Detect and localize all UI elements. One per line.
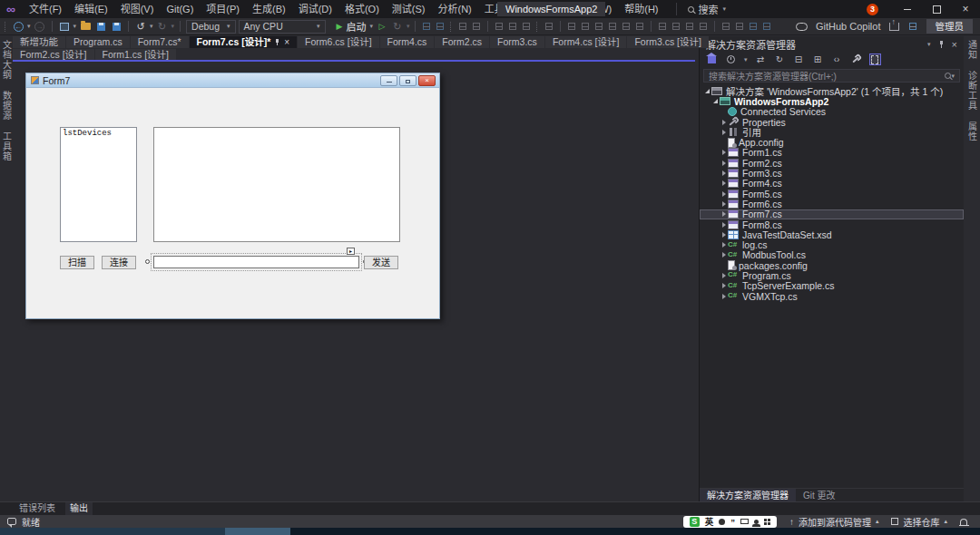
menu-item[interactable]: 项目(P)	[200, 0, 246, 18]
collapse-all-icon[interactable]: ⊟	[793, 54, 805, 65]
tree-row[interactable]: VGMXTcp.cs	[700, 291, 964, 301]
editor-tab[interactable]: Form2.cs ×	[435, 36, 489, 48]
tree-row[interactable]: Form6.cs	[700, 199, 964, 209]
expander-icon[interactable]	[720, 191, 728, 197]
taskbar-active-segment[interactable]	[225, 528, 290, 535]
left-strip-tab[interactable]: 数据源	[0, 91, 14, 121]
wrench-icon[interactable]	[850, 54, 862, 65]
editor-tab[interactable]: Program.cs ×	[66, 36, 130, 48]
panel-tab[interactable]: Git 更改	[796, 489, 843, 502]
bottom-panel-tab[interactable]: 错误列表	[15, 502, 60, 515]
ime-keyboard-icon[interactable]	[740, 519, 749, 524]
form-maximize-button[interactable]	[399, 75, 416, 86]
expander-icon[interactable]	[720, 283, 728, 288]
editor-tab[interactable]: Form4.cs ×	[380, 36, 435, 48]
close-tab-icon[interactable]: ×	[284, 36, 289, 48]
solution-platform-dropdown[interactable]: Any CPU ▾	[239, 20, 326, 34]
resize-handle-left[interactable]	[145, 259, 150, 264]
save-icon[interactable]	[94, 20, 107, 33]
navigate-back-caret-icon[interactable]: ▾	[27, 23, 31, 30]
share-icon[interactable]	[889, 23, 899, 31]
expander-icon[interactable]	[720, 294, 728, 299]
tree-row[interactable]: ModbusTool.cs	[700, 250, 964, 260]
expander-icon[interactable]	[720, 160, 728, 166]
expander-icon[interactable]	[703, 89, 711, 93]
editor-tab[interactable]: Form3.cs [设计] ×	[627, 36, 709, 48]
menu-item[interactable]: 帮助(H)	[618, 0, 664, 18]
solution-explorer-header[interactable]: 解决方案资源管理器 ▾ ×	[700, 36, 964, 52]
send-button[interactable]: 发送	[364, 256, 398, 269]
filter-caret-icon[interactable]: ▾	[744, 56, 748, 63]
show-all-files-icon[interactable]	[869, 54, 881, 65]
solution-search-input[interactable]: 搜索解决方案资源管理器(Ctrl+;) ▾	[703, 69, 960, 83]
sogou-logo-icon[interactable]: S	[690, 517, 700, 527]
pending-changes-filter-icon[interactable]	[725, 54, 737, 65]
forms-designer-surface[interactable]: Form7 × lstDevices 扫描 连接 ▸ 发送	[13, 62, 697, 501]
menu-item[interactable]: 文件(F)	[23, 0, 68, 18]
smart-tag-button[interactable]: ▸	[347, 248, 355, 255]
menu-item[interactable]: 格式(O)	[338, 0, 386, 18]
tree-row[interactable]: log.cs	[700, 239, 964, 249]
right-strip-tab[interactable]: 通知	[965, 40, 979, 60]
tree-row[interactable]: App.config	[700, 137, 964, 147]
expander-icon[interactable]	[711, 99, 720, 103]
tree-row[interactable]: Program.cs	[700, 270, 964, 280]
ime-fullwidth-icon[interactable]	[719, 519, 725, 525]
switch-views-icon[interactable]	[706, 54, 718, 65]
tree-row[interactable]: JavaTestDataSet.xsd	[700, 229, 964, 239]
menu-item[interactable]: 生成(B)	[246, 0, 292, 18]
toolbox-window-icon[interactable]	[435, 21, 446, 32]
tree-row[interactable]: Form5.cs	[700, 189, 964, 199]
message-textbox-selected[interactable]: ▸	[153, 256, 359, 268]
find-in-files-icon[interactable]	[421, 21, 432, 32]
tree-row[interactable]: Connected Services	[700, 107, 964, 117]
ime-profile-icon[interactable]	[754, 520, 759, 524]
pin-icon[interactable]	[939, 41, 944, 48]
toolbar-grip[interactable]	[5, 22, 7, 32]
notification-badge[interactable]: 3	[867, 4, 878, 15]
refresh-icon[interactable]: ↻	[774, 54, 786, 65]
select-repository-button[interactable]: 选择仓库 ▴	[891, 515, 947, 529]
minimize-button[interactable]	[893, 0, 922, 18]
add-to-source-control-button[interactable]: ↑ 添加到源代码管理 ▴	[789, 515, 879, 529]
tree-row[interactable]: 引用	[700, 127, 964, 137]
editor-tab[interactable]: Form6.cs [设计] ×	[298, 36, 379, 48]
form-client-area[interactable]: lstDevices 扫描 连接 ▸ 发送	[26, 88, 439, 318]
menu-item[interactable]: 测试(S)	[386, 0, 432, 18]
scan-button[interactable]: 扫描	[60, 256, 94, 269]
menu-item[interactable]: 视图(V)	[114, 0, 161, 18]
devices-listbox[interactable]: lstDevices	[60, 127, 137, 242]
ime-toolbox-icon[interactable]	[764, 519, 770, 525]
editor-tab[interactable]: Form3.cs ×	[490, 36, 544, 48]
left-strip-tab[interactable]: 文档大纲	[0, 40, 14, 80]
redo-icon[interactable]: ↻	[156, 20, 169, 33]
expander-icon[interactable]	[720, 211, 728, 217]
size-to-grid-icon[interactable]	[748, 21, 759, 32]
navigate-forward-icon[interactable]: →	[34, 20, 46, 33]
tree-row[interactable]: Properties	[700, 117, 964, 127]
tree-row[interactable]: TcpServerExample.cs	[700, 281, 964, 291]
right-strip-tab[interactable]: 诊断工具	[965, 71, 979, 111]
menu-item[interactable]: 分析(N)	[432, 0, 478, 18]
editor-tab[interactable]: Form7.cs* ×	[131, 36, 189, 48]
tree-row[interactable]: Form2.cs	[700, 158, 964, 168]
tree-row[interactable]: packages.config	[700, 260, 964, 270]
tree-row[interactable]: Form8.cs	[700, 219, 964, 229]
connect-button[interactable]: 连接	[102, 256, 136, 269]
notifications-bell-icon[interactable]	[960, 519, 967, 525]
github-copilot-label[interactable]: GitHub Copilot	[816, 21, 881, 32]
form-close-button[interactable]: ×	[418, 75, 436, 86]
design-form-window[interactable]: Form7 × lstDevices 扫描 连接 ▸ 发送	[25, 73, 440, 319]
expander-icon[interactable]	[720, 201, 728, 207]
tree-row[interactable]: Form4.cs	[700, 179, 964, 189]
new-project-icon[interactable]	[58, 20, 71, 33]
tree-row[interactable]: Form7.cs	[700, 209, 964, 219]
window-position-icon[interactable]: ▾	[927, 41, 931, 48]
sync-with-active-document-icon[interactable]: ⇄	[755, 54, 767, 65]
undo-icon[interactable]: ↺	[134, 20, 147, 33]
expander-icon[interactable]	[720, 242, 728, 248]
expander-icon[interactable]	[720, 180, 728, 186]
right-strip-tab[interactable]: 属性	[965, 122, 979, 141]
form-title-bar[interactable]: Form7 ×	[26, 73, 439, 88]
menu-item[interactable]: 编辑(E)	[68, 0, 114, 18]
